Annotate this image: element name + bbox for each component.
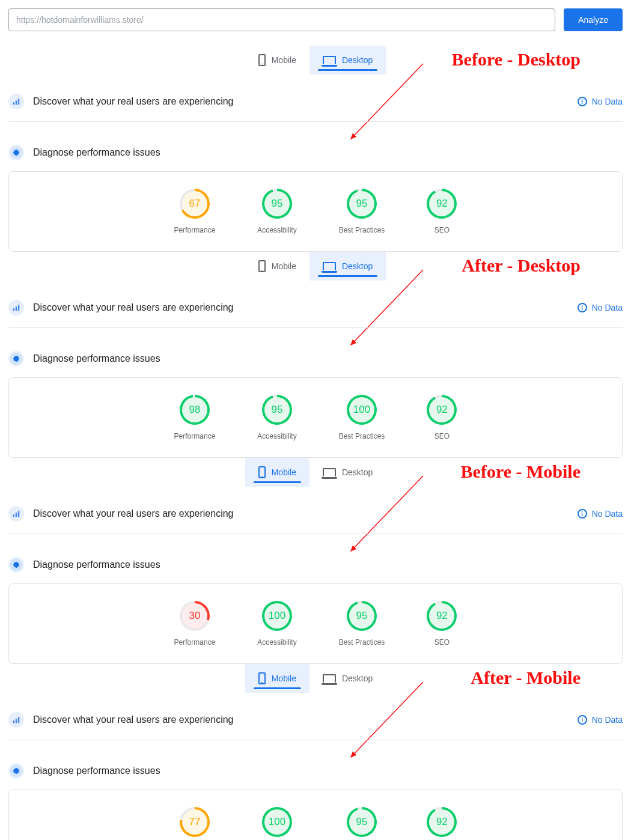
field-data-icon xyxy=(8,712,24,728)
svg-rect-13 xyxy=(13,720,14,723)
crux-section-header: Discover what your real users are experi… xyxy=(8,294,623,328)
lighthouse-result-card: 30 Performance 100 Accessibility 95 Best… xyxy=(8,583,623,664)
tab-mobile[interactable]: Mobile xyxy=(245,46,309,75)
metric-seo[interactable]: 92 SEO xyxy=(427,395,457,440)
metric-performance-ring: 98 xyxy=(180,395,210,425)
no-data-label: No Data xyxy=(592,715,623,725)
tab-mobile[interactable]: Mobile xyxy=(245,458,309,487)
metric-seo-ring: 92 xyxy=(427,807,457,837)
no-data-badge[interactable]: i No Data xyxy=(578,509,623,519)
metric-best-practices-value: 100 xyxy=(353,404,370,416)
svg-rect-10 xyxy=(16,513,17,517)
metric-accessibility-ring: 100 xyxy=(262,807,292,837)
tab-mobile-label: Mobile xyxy=(272,55,296,65)
diagnose-section-header: Diagnose performance issues xyxy=(8,757,623,779)
metric-performance[interactable]: 98 Performance xyxy=(174,395,216,440)
metric-performance-value: 30 xyxy=(189,610,200,622)
no-data-badge[interactable]: i No Data xyxy=(578,715,623,725)
metric-best-practices[interactable]: 95 Best Practices xyxy=(339,601,385,647)
tab-desktop-label: Desktop xyxy=(342,674,373,683)
info-icon: i xyxy=(578,303,587,312)
metric-seo-label: SEO xyxy=(434,226,450,234)
metric-accessibility[interactable]: 95 Accessibility xyxy=(257,189,296,234)
svg-rect-1 xyxy=(13,102,14,105)
no-data-label: No Data xyxy=(592,509,623,519)
metric-seo-value: 92 xyxy=(436,198,448,210)
target-icon xyxy=(8,145,24,160)
metric-performance-ring: 67 xyxy=(180,189,210,219)
no-data-badge[interactable]: i No Data xyxy=(578,303,623,312)
diagnose-section-header: Diagnose performance issues xyxy=(8,345,623,367)
metric-seo-ring: 92 xyxy=(427,395,457,425)
analyze-button[interactable]: Analyze xyxy=(564,8,623,31)
svg-rect-3 xyxy=(18,99,19,105)
metric-seo[interactable]: 92 SEO xyxy=(427,189,457,234)
metric-seo-label: SEO xyxy=(434,432,450,440)
metric-best-practices-label: Best Practices xyxy=(339,226,385,234)
field-data-icon xyxy=(8,506,24,522)
diagnose-section-header: Diagnose performance issues xyxy=(8,551,623,573)
metric-best-practices-value: 95 xyxy=(356,198,368,210)
metric-performance-label: Performance xyxy=(174,226,216,234)
metric-best-practices[interactable]: 95 Best Practices xyxy=(339,807,385,840)
diagnose-section-header: Diagnose performance issues xyxy=(8,139,623,160)
tab-desktop-label: Desktop xyxy=(342,261,373,271)
laptop-icon xyxy=(323,262,336,270)
device-tabs: Mobile Desktop xyxy=(8,46,623,75)
target-icon xyxy=(8,557,24,573)
metric-accessibility[interactable]: 100 Accessibility xyxy=(257,601,296,647)
metric-best-practices[interactable]: 95 Best Practices xyxy=(339,189,385,234)
crux-section-header: Discover what your real users are experi… xyxy=(8,500,623,534)
metric-seo[interactable]: 92 SEO xyxy=(427,601,457,647)
tab-desktop[interactable]: Desktop xyxy=(309,664,386,693)
metric-seo[interactable]: 92 SEO xyxy=(427,807,457,840)
tab-mobile-label: Mobile xyxy=(272,261,296,271)
url-input[interactable] xyxy=(8,8,555,31)
metric-best-practices[interactable]: 100 Best Practices xyxy=(339,395,385,440)
metric-best-practices-ring: 95 xyxy=(347,189,377,219)
tab-mobile-label: Mobile xyxy=(272,467,296,477)
crux-heading: Discover what your real users are experi… xyxy=(33,302,569,313)
gauge-row: 30 Performance 100 Accessibility 95 Best… xyxy=(15,601,616,647)
svg-rect-5 xyxy=(13,308,14,311)
lighthouse-result-card: 98 Performance 95 Accessibility 100 Best… xyxy=(8,377,623,458)
laptop-icon xyxy=(323,674,336,683)
metric-performance[interactable]: 67 Performance xyxy=(174,189,216,234)
metric-accessibility-label: Accessibility xyxy=(257,226,296,234)
metric-accessibility[interactable]: 100 Accessibility xyxy=(257,807,296,840)
metric-performance-label: Performance xyxy=(174,432,216,440)
info-icon: i xyxy=(578,715,587,725)
metric-performance[interactable]: 30 Performance xyxy=(174,601,216,647)
diagnose-heading: Diagnose performance issues xyxy=(33,353,623,364)
metric-best-practices-ring: 95 xyxy=(347,807,377,837)
metric-performance[interactable]: 77 Performance xyxy=(174,807,216,840)
metric-seo-value: 92 xyxy=(436,404,448,416)
no-data-label: No Data xyxy=(592,97,623,106)
metric-seo-value: 92 xyxy=(436,816,448,828)
tab-desktop[interactable]: Desktop xyxy=(309,458,386,487)
lighthouse-result-card: 67 Performance 95 Accessibility 95 Best … xyxy=(8,171,623,252)
metric-accessibility-label: Accessibility xyxy=(257,638,296,647)
laptop-icon xyxy=(323,56,336,64)
svg-rect-6 xyxy=(16,306,17,311)
tab-mobile[interactable]: Mobile xyxy=(245,252,309,281)
no-data-label: No Data xyxy=(592,303,623,312)
no-data-badge[interactable]: i No Data xyxy=(578,97,623,106)
info-icon: i xyxy=(578,509,587,519)
tab-desktop-label: Desktop xyxy=(342,467,373,477)
device-tabs: Mobile Desktop xyxy=(8,458,623,487)
gauge-row: 77 Performance 100 Accessibility 95 Best… xyxy=(15,807,616,840)
metric-best-practices-value: 95 xyxy=(356,816,368,828)
tab-desktop[interactable]: Desktop xyxy=(309,46,386,75)
tab-mobile[interactable]: Mobile xyxy=(245,664,309,693)
metric-performance-ring: 30 xyxy=(180,601,210,631)
tab-desktop[interactable]: Desktop xyxy=(309,252,386,281)
metric-accessibility-ring: 95 xyxy=(262,189,292,219)
crux-heading: Discover what your real users are experi… xyxy=(33,96,569,107)
metric-best-practices-label: Best Practices xyxy=(339,638,385,647)
info-icon: i xyxy=(578,97,587,106)
metric-accessibility[interactable]: 95 Accessibility xyxy=(257,395,296,440)
metric-accessibility-ring: 100 xyxy=(262,601,292,631)
phone-icon xyxy=(258,466,266,478)
metric-best-practices-ring: 100 xyxy=(347,395,377,425)
